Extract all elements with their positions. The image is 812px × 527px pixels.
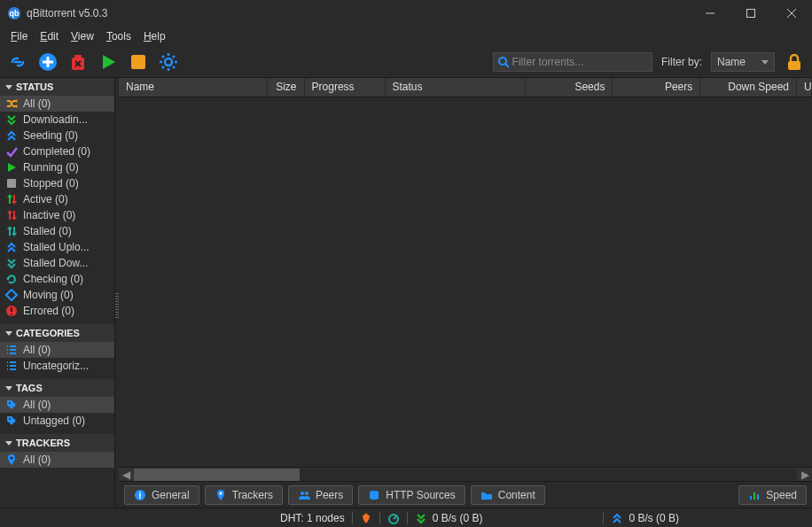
tab-speed[interactable]: Speed bbox=[738, 485, 807, 505]
table-body bbox=[119, 97, 812, 467]
people-icon bbox=[298, 489, 310, 501]
svg-marker-28 bbox=[5, 85, 12, 89]
lock-button[interactable] bbox=[784, 51, 805, 73]
svg-point-72 bbox=[305, 492, 308, 495]
svg-rect-76 bbox=[757, 494, 759, 500]
status-header[interactable]: STATUS bbox=[0, 78, 114, 96]
sidebar-item-label: Stalled (0) bbox=[23, 225, 72, 237]
error-icon bbox=[5, 305, 18, 317]
status-stalled[interactable]: Stalled (0) bbox=[0, 223, 114, 239]
status-upload[interactable]: 0 B/s (0 B) bbox=[611, 512, 679, 524]
svg-line-20 bbox=[162, 56, 164, 58]
status-errored[interactable]: Errored (0) bbox=[0, 303, 114, 319]
status-running[interactable]: Running (0) bbox=[0, 159, 114, 175]
col-up[interactable]: Up S bbox=[797, 78, 812, 97]
svg-point-15 bbox=[165, 58, 172, 66]
svg-line-23 bbox=[162, 66, 164, 68]
scroll-right-icon[interactable]: ▶ bbox=[798, 468, 812, 482]
tab-content[interactable]: Content bbox=[471, 485, 545, 505]
sidebar-item-label: All (0) bbox=[23, 453, 51, 466]
status-download[interactable]: 0 B/s (0 B) bbox=[415, 512, 483, 524]
add-torrent-button[interactable] bbox=[37, 51, 59, 73]
caret-down-icon bbox=[5, 329, 12, 337]
tab-general[interactable]: iGeneral bbox=[124, 485, 199, 505]
tab-peers[interactable]: Peers bbox=[288, 485, 353, 505]
maximize-button[interactable] bbox=[730, 0, 771, 27]
delete-button[interactable] bbox=[67, 51, 89, 73]
status-stopped[interactable]: Stopped (0) bbox=[0, 175, 114, 191]
tags-header[interactable]: TAGS bbox=[0, 379, 114, 397]
scroll-left-icon[interactable]: ◀ bbox=[119, 468, 133, 482]
col-size[interactable]: Size bbox=[268, 78, 305, 97]
filter-input[interactable] bbox=[512, 56, 648, 68]
svg-marker-13 bbox=[103, 55, 115, 69]
pause-button[interactable] bbox=[128, 51, 149, 73]
pin-icon bbox=[215, 489, 227, 501]
col-progress[interactable]: Progress bbox=[305, 78, 386, 97]
categories-header[interactable]: CATEGORIES bbox=[0, 324, 114, 342]
pin-icon bbox=[5, 453, 18, 466]
categories-header-label: CATEGORIES bbox=[16, 328, 80, 338]
col-down[interactable]: Down Speed bbox=[700, 78, 797, 97]
sidebar-item-label: Active (0) bbox=[23, 193, 68, 205]
col-status[interactable]: Status bbox=[386, 78, 526, 97]
col-name[interactable]: Name bbox=[119, 78, 268, 97]
firewall-icon[interactable] bbox=[360, 512, 372, 524]
menu-tools[interactable]: Tools bbox=[101, 28, 137, 44]
svg-marker-36 bbox=[12, 201, 17, 205]
info-icon: i bbox=[134, 489, 146, 501]
svg-point-64 bbox=[9, 402, 11, 404]
titlebar: qb qBittorrent v5.0.3 bbox=[0, 0, 812, 27]
horizontal-scrollbar[interactable]: ◀ ▶ bbox=[119, 467, 812, 481]
status-down-label: 0 B/s (0 B) bbox=[433, 512, 483, 524]
search-icon bbox=[497, 56, 509, 68]
filter-select[interactable]: Name bbox=[711, 52, 775, 72]
tag-all[interactable]: All (0) bbox=[0, 397, 114, 413]
trackers-header[interactable]: TRACKERS bbox=[0, 434, 114, 452]
category-uncategorized[interactable]: Uncategoriz... bbox=[0, 358, 114, 374]
speedlimit-icon[interactable] bbox=[387, 512, 400, 524]
minimize-button[interactable] bbox=[690, 0, 730, 27]
svg-rect-27 bbox=[788, 61, 800, 70]
start-button[interactable] bbox=[98, 51, 119, 73]
sidebar-item-label: All (0) bbox=[23, 399, 51, 411]
status-active[interactable]: Active (0) bbox=[0, 191, 114, 207]
col-seeds[interactable]: Seeds bbox=[526, 78, 613, 97]
status-all[interactable]: All (0) bbox=[0, 96, 114, 112]
status-inactive[interactable]: Inactive (0) bbox=[0, 207, 114, 223]
category-all[interactable]: All (0) bbox=[0, 342, 114, 358]
menu-file[interactable]: File bbox=[5, 28, 33, 44]
svg-point-67 bbox=[11, 457, 13, 460]
close-button[interactable] bbox=[771, 0, 812, 27]
tracker-all[interactable]: All (0) bbox=[0, 452, 114, 468]
svg-point-49 bbox=[11, 314, 12, 315]
filter-search[interactable] bbox=[493, 52, 652, 72]
detail-tabs: iGeneral Trackers Peers HTTP Sources Con… bbox=[119, 481, 812, 508]
svg-marker-26 bbox=[761, 60, 769, 65]
settings-button[interactable] bbox=[158, 51, 179, 73]
svg-rect-32 bbox=[7, 179, 16, 188]
status-stalled-up[interactable]: Stalled Uplo... bbox=[0, 239, 114, 255]
col-peers[interactable]: Peers bbox=[613, 78, 700, 97]
status-stalled-down[interactable]: Stalled Dow... bbox=[0, 255, 114, 271]
status-completed[interactable]: Completed (0) bbox=[0, 143, 114, 159]
svg-rect-74 bbox=[750, 496, 752, 500]
tab-http[interactable]: HTTP Sources bbox=[358, 485, 465, 505]
status-seeding[interactable]: Seeding (0) bbox=[0, 128, 114, 143]
menu-view[interactable]: View bbox=[66, 28, 99, 44]
tab-label: HTTP Sources bbox=[386, 489, 455, 501]
svg-marker-63 bbox=[5, 386, 12, 391]
tab-trackers[interactable]: Trackers bbox=[205, 485, 283, 505]
status-moving[interactable]: Moving (0) bbox=[0, 287, 114, 303]
status-downloading[interactable]: Downloadin... bbox=[0, 112, 114, 128]
add-link-button[interactable] bbox=[7, 51, 28, 73]
sidebar-item-label: Uncategoriz... bbox=[23, 360, 89, 372]
status-checking[interactable]: Checking (0) bbox=[0, 271, 114, 287]
tag-icon bbox=[5, 415, 18, 427]
tag-untagged[interactable]: Untagged (0) bbox=[0, 413, 114, 429]
scroll-thumb[interactable] bbox=[134, 469, 300, 481]
menu-edit[interactable]: Edit bbox=[35, 28, 64, 44]
scroll-track[interactable] bbox=[134, 469, 797, 481]
menu-help[interactable]: Help bbox=[138, 28, 171, 44]
filter-select-value: Name bbox=[717, 56, 746, 68]
